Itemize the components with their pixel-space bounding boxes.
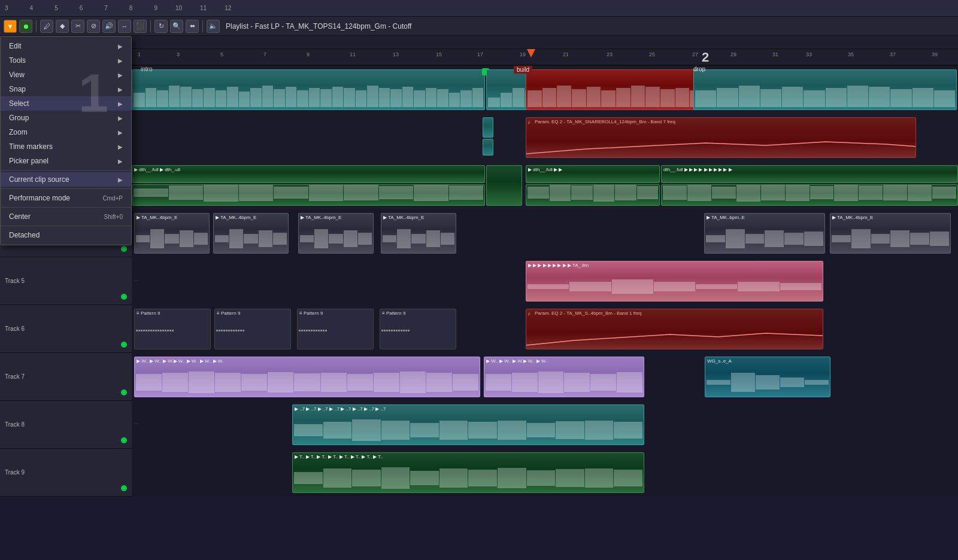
clip-t4-2[interactable]: ▶ TA_MK..4bpm_E — [213, 213, 289, 254]
menu-item-tools[interactable]: Tools ▶ — [1, 53, 131, 68]
clip-t6-4[interactable]: ≡ Pattern 9 — [380, 309, 456, 349]
waveform-t7-1 — [135, 370, 480, 394]
section-intro-label: intro — [141, 66, 152, 72]
menu-item-picker-panel[interactable]: Picker panel ▶ — [1, 154, 131, 168]
menu-timemarkers-arrow: ▶ — [118, 144, 123, 150]
menu-tools-arrow: ▶ — [118, 57, 123, 64]
clip-t4-5[interactable]: ▶ TA_MK..bpm..E — [704, 213, 825, 254]
menu-item-center[interactable]: Center Shift+0 — [1, 209, 131, 224]
move-btn[interactable]: ↔ — [118, 20, 131, 33]
track-content-9: ▶ T.. ▶ T.. ▶ T.. ▶ T.. ▶ T.. ▶ T.. ▶ T.… — [132, 449, 958, 497]
menu-item-snap[interactable]: Snap ▶ — [1, 82, 131, 96]
section-marker-2: 2 — [702, 49, 709, 66]
menu-item-zoom[interactable]: Zoom ▶ — [1, 125, 131, 139]
record-btn[interactable]: ⏺ — [19, 20, 32, 33]
loop-btn[interactable]: ↻ — [154, 20, 168, 33]
clip-t3-3w[interactable] — [526, 184, 660, 206]
track-row-2: Track 2 ♪ Param. EQ 2 - TA_MK_SNAREROLL4… — [0, 114, 958, 162]
menu-item-select[interactable]: Select ▶ — [1, 96, 131, 111]
fit-btn[interactable]: ⬌ — [186, 20, 199, 33]
clip-t9-1-label: ▶ T.. ▶ T.. ▶ T.. ▶ T.. ▶ T.. ▶ T.. ▶ T.… — [295, 454, 642, 459]
clip-t2-cut[interactable] — [483, 117, 493, 138]
clip-t4-6-label: ▶ TA_MK..4bpm_E — [832, 215, 949, 220]
menu-item-time-markers[interactable]: Time markers ▶ — [1, 139, 131, 154]
waveform-t9-1 — [293, 466, 644, 490]
ruler-tick-33: 33 — [806, 51, 812, 57]
menu-item-view[interactable]: View ▶ — [1, 68, 131, 82]
clip-t4-3[interactable]: ▶ TA_MK..4bpm_E — [298, 213, 374, 254]
track-active-dot-7 — [121, 389, 127, 395]
menu-picker-label: Picker panel — [9, 157, 48, 165]
track-header-7: Track 7 — [0, 353, 132, 401]
menu-item-performance-mode[interactable]: Performance mode Cmd+P — [1, 191, 131, 205]
clip-t7-2-label: ▶ W.. ▶ W.. ▶ W.▶ W.. ▶ W.. — [486, 358, 642, 364]
ruler-8: 8 — [129, 5, 133, 11]
clip-t1-4[interactable] — [693, 69, 957, 110]
menu-btn[interactable]: ▼ — [4, 20, 17, 33]
clip-t4-4[interactable]: ▶ TA_MK..4bpm_E — [381, 213, 456, 254]
clip-t3-4w[interactable] — [661, 184, 958, 206]
clip-t3-1[interactable]: ▶ dth__.full ▶ dth_.ull — [132, 165, 485, 183]
waveform-t3-4 — [662, 184, 957, 203]
waveform-t3-3 — [526, 184, 659, 203]
track-content-3: ▶ dth__.full ▶ dth_.ull ▶ dth__.full ▶ ▶ — [132, 162, 958, 209]
ruler-tick-37: 37 — [890, 51, 896, 57]
menu-item-group[interactable]: Group ▶ — [1, 111, 131, 125]
track-row-3: Track 3 ▶ dth__.full ▶ dth_.ull ▶ dth__.… — [0, 162, 958, 209]
mute-btn[interactable]: ⊘ — [87, 20, 100, 33]
ruler-tick-39: 39 — [932, 51, 938, 57]
clip-t6-1[interactable]: ≡ Pattern 9 — [134, 309, 211, 349]
clip-t7-2[interactable]: ▶ W.. ▶ W.. ▶ W.▶ W.. ▶ W.. — [484, 357, 644, 397]
ruler-tick-19: 19 — [520, 51, 526, 57]
node-btn[interactable]: ◆ — [56, 20, 69, 33]
waveform-t3-1 — [132, 184, 484, 203]
ruler-tick-21: 21 — [563, 51, 569, 57]
clip-t5-1-label: ▶ ▶ ▶ ▶ ▶ ▶ ▶ ▶ ▶ TA_.8m — [528, 263, 821, 268]
section-drop-label: drop — [693, 66, 705, 72]
clip-t6-2[interactable]: ≡ Pattern 9 — [214, 309, 291, 349]
context-menu[interactable]: 1 Edit ▶ Tools ▶ View ▶ Snap ▶ Select ▶ … — [0, 36, 132, 245]
volume-btn[interactable]: 🔈 — [207, 20, 220, 33]
clip-t8-1[interactable]: ▶ ..7 ▶ ..7 ▶ ..7 ▶ ..7 ▶ ..7 ▶ ..7 ▶ ..… — [292, 404, 644, 445]
track-header-8: Track 8 — [0, 401, 132, 449]
track-active-dot-5 — [121, 294, 127, 300]
clip-t3-3[interactable]: ▶ dth__.full ▶ ▶ — [526, 165, 660, 183]
menu-timemarkers-label: Time markers — [9, 142, 53, 151]
clip-t5-1[interactable]: ▶ ▶ ▶ ▶ ▶ ▶ ▶ ▶ ▶ TA_.8m — [526, 261, 823, 302]
waveform-t1-4 — [694, 83, 956, 107]
zoom-btn[interactable]: 🔍 — [170, 20, 183, 33]
ruler-tick-25: 25 — [649, 51, 655, 57]
cut-btn[interactable]: ✂ — [71, 20, 84, 33]
clip-t3-1w[interactable] — [132, 184, 485, 206]
speaker-btn[interactable]: 🔊 — [102, 20, 116, 33]
clip-t2-cut2[interactable] — [483, 139, 493, 156]
clip-t7-3[interactable]: WG_s..e_A — [705, 357, 830, 397]
menu-item-current-clip-source[interactable]: Current clip source ▶ — [1, 172, 131, 187]
clip-t1-1[interactable] — [132, 69, 485, 110]
clip-t4-6[interactable]: ▶ TA_MK..4bpm_E — [830, 213, 951, 254]
menu-center-label: Center — [9, 212, 31, 221]
clip-t9-1[interactable]: ▶ T.. ▶ T.. ▶ T.. ▶ T.. ▶ T.. ▶ T.. ▶ T.… — [292, 452, 644, 493]
menu-zoom-arrow: ▶ — [118, 129, 123, 136]
clip-t3-4[interactable]: dth__.full ▶ ▶ ▶ ▶ ▶ ▶ ▶ ▶ ▶ ▶ — [661, 165, 958, 183]
divider2 — [150, 20, 151, 32]
clip-t6-3[interactable]: ≡ Pattern 9 — [297, 309, 374, 349]
clip-t6-auto[interactable]: ♪ Param. EQ 2 - TA_MK_S..4bpm_Bm - Band … — [526, 309, 823, 349]
ruler-tick-17: 17 — [477, 51, 483, 57]
pattern-t6-4-dots — [380, 328, 456, 346]
waveform-t4-4 — [381, 227, 456, 251]
clip-t3-2[interactable] — [486, 165, 522, 206]
ruler-7: 7 — [104, 5, 108, 11]
menu-snap-label: Snap — [9, 85, 26, 93]
clip-t7-1[interactable]: ▶ W.. ▶ W.. ▶ W.▶ W.. ▶ W.. ▶ W.. ▶ W.. — [134, 357, 480, 397]
clip-t4-1[interactable]: ▶ TA_MK..4bpm_E — [134, 213, 210, 254]
track-header-6: Track 6 — [0, 305, 132, 353]
track-active-dot-9 — [121, 485, 127, 491]
menu-item-detached[interactable]: Detached — [1, 228, 131, 242]
select-btn[interactable]: ⬛ — [134, 20, 147, 33]
clip-t2-auto[interactable]: ♪ Param. EQ 2 - TA_MK_SNAREROLL4_124bpm_… — [526, 117, 916, 158]
ruler-6: 6 — [80, 5, 83, 11]
menu-item-edit[interactable]: Edit ▶ — [1, 39, 131, 53]
draw-btn[interactable]: 🖊 — [40, 20, 53, 33]
playlist-title: Playlist - Fast LP - TA_MK_TOPS14_124bpm… — [226, 22, 411, 31]
